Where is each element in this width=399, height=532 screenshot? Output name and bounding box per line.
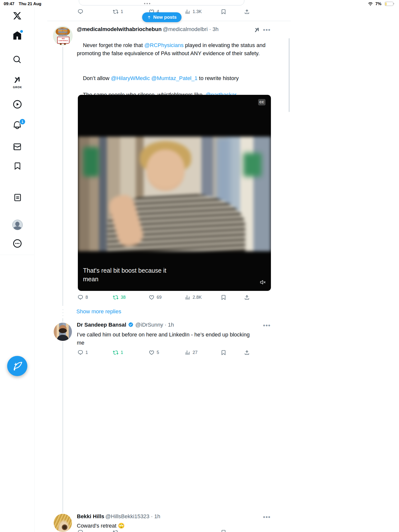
- sidebar-item-notifications[interactable]: 1: [13, 120, 24, 131]
- sidebar-item-messages[interactable]: [13, 142, 22, 151]
- like-button[interactable]: 69: [149, 295, 162, 300]
- repost-button-active[interactable]: 38: [113, 295, 126, 300]
- reply-button[interactable]: 8: [78, 295, 88, 300]
- new-posts-pill[interactable]: New posts: [142, 12, 182, 22]
- sidebar-divider: [34, 7, 34, 532]
- views-icon: [185, 295, 190, 300]
- sidebar-item-search[interactable]: [13, 55, 22, 64]
- bookmark-button[interactable]: [221, 9, 226, 15]
- handle-and-time[interactable]: @medicalmodelbri · 3h: [163, 26, 219, 32]
- thread-dot: [63, 312, 63, 313]
- reply-count: 8: [85, 295, 88, 300]
- status-time: 09:47: [4, 1, 14, 6]
- show-more-replies-link[interactable]: Show more replies: [76, 308, 121, 315]
- sidebar-item-more[interactable]: [13, 239, 22, 249]
- main-tweet-avatar[interactable]: General Medical Council NO CONFIDENCE: [53, 26, 73, 46]
- scrollbar[interactable]: [289, 38, 290, 112]
- reply1-header: Dr Sandeep Bansal @iDrSunny · 1h: [77, 322, 254, 328]
- handle-and-time[interactable]: @iDrSunny · 1h: [135, 322, 174, 328]
- views-button[interactable]: 27: [185, 350, 198, 355]
- profile-avatar-placeholder-icon: [15, 222, 19, 226]
- display-name[interactable]: Bekki Hills: [77, 513, 104, 519]
- reply1-text: I’ve called him out before on here and L…: [77, 331, 252, 347]
- reply-button[interactable]: [78, 9, 83, 15]
- sidebar-item-profile[interactable]: [12, 220, 23, 230]
- tweet-more-button[interactable]: •••: [263, 29, 271, 31]
- bookmark-button[interactable]: [221, 530, 226, 532]
- mention-link[interactable]: @Mumtaz_Patel_1: [151, 75, 197, 81]
- bookmark-icon: [221, 350, 226, 355]
- sidebar-item-grok[interactable]: GROK: [12, 75, 23, 89]
- grok-label: GROK: [12, 86, 23, 89]
- mention-link[interactable]: @RCPhysicians: [144, 42, 183, 48]
- compose-button[interactable]: [7, 356, 27, 376]
- display-name[interactable]: @medicalmodelwithabriochebun: [77, 26, 162, 32]
- share-button[interactable]: [244, 9, 250, 15]
- mute-icon[interactable]: [260, 279, 266, 285]
- x-app-page: 09:47 Thu 21 Aug 7% GROK 1: [0, 0, 399, 532]
- thread-dot: [63, 309, 63, 310]
- repost-button[interactable]: [113, 530, 118, 532]
- no-confidence-sign: NO CONFIDENCE: [57, 37, 69, 44]
- tweet-text: to rewrite history: [198, 75, 239, 81]
- repost-icon: [113, 530, 118, 532]
- repost-button-active[interactable]: 1: [113, 350, 123, 355]
- display-name[interactable]: Dr Sandeep Bansal: [77, 322, 126, 328]
- video-caption: That's real bit boost because it mean: [83, 266, 260, 283]
- sign-text: NO: [58, 37, 69, 40]
- reply2-header: Bekki Hills @HillsBekki15323 · 1h: [77, 513, 254, 520]
- sidebar-item-bookmarks[interactable]: [13, 162, 22, 170]
- up-arrow-icon: [147, 15, 151, 19]
- repost-button[interactable]: 1: [113, 9, 123, 15]
- video-player[interactable]: CC That's real bit boost because it mean: [78, 95, 271, 291]
- reply-button[interactable]: [78, 530, 83, 532]
- reply2-actionbar: [0, 530, 291, 532]
- main-tweet-actionbar: 8 38 69 2.8K: [0, 295, 291, 301]
- reply-count: 1: [85, 350, 88, 355]
- compose-feather-icon: [12, 361, 22, 371]
- bookmark-button[interactable]: [221, 295, 226, 300]
- reply-icon: [78, 295, 83, 300]
- share-button[interactable]: [244, 295, 250, 300]
- sidebar-item-lists[interactable]: [13, 193, 22, 203]
- main-tweet-text-p1: Never forget the role that @RCPhysicians…: [77, 33, 271, 66]
- heart-icon: [149, 295, 154, 300]
- partial-quote-card[interactable]: [79, 0, 244, 5]
- views-icon: [185, 9, 190, 15]
- tweet-more-button[interactable]: •••: [263, 324, 271, 327]
- views-button[interactable]: 1.3K: [185, 9, 202, 15]
- like-button[interactable]: 5: [149, 350, 159, 355]
- thread-dot: [63, 315, 63, 316]
- reply-avatar[interactable]: [54, 323, 72, 341]
- reply1-actionbar: 1 1 5 27: [0, 350, 291, 357]
- reply-button[interactable]: 1: [78, 350, 88, 355]
- video-frame: [78, 137, 271, 251]
- share-icon: [244, 295, 250, 300]
- bookmark-icon: [221, 530, 226, 532]
- notifications-badge: 1: [19, 118, 26, 125]
- repost-icon: [113, 295, 118, 300]
- thread-line: [63, 318, 63, 322]
- sidebar-item-home[interactable]: [13, 31, 23, 42]
- reply-icon: [78, 350, 83, 355]
- caption-line: mean: [83, 275, 260, 283]
- repost-count: 1: [121, 350, 123, 355]
- heart-icon: [149, 350, 154, 355]
- bookmark-button[interactable]: [221, 350, 226, 355]
- caption-line: That's real bit boost because it: [83, 266, 260, 275]
- sidebar-item-video[interactable]: [13, 100, 22, 110]
- main-tweet-header: @medicalmodelwithabriochebun @medicalmod…: [77, 26, 249, 33]
- handle-and-time[interactable]: @HillsBekki15323 · 1h: [105, 513, 160, 519]
- closed-captions-badge[interactable]: CC: [258, 99, 266, 105]
- sign-text: CONFIDENCE: [58, 40, 69, 42]
- mention-link[interactable]: @HilaryWMedic: [111, 75, 150, 81]
- views-button[interactable]: 2.8K: [185, 295, 202, 300]
- views-count: 2.8K: [193, 295, 202, 300]
- grok-actions-icon[interactable]: [254, 27, 261, 33]
- battery-icon: [385, 2, 393, 6]
- reply-avatar[interactable]: [54, 514, 72, 532]
- share-button[interactable]: [244, 350, 250, 355]
- battery-percent: 7%: [375, 1, 382, 6]
- avatar-text: General: [53, 28, 73, 31]
- tweet-more-button[interactable]: •••: [263, 516, 271, 518]
